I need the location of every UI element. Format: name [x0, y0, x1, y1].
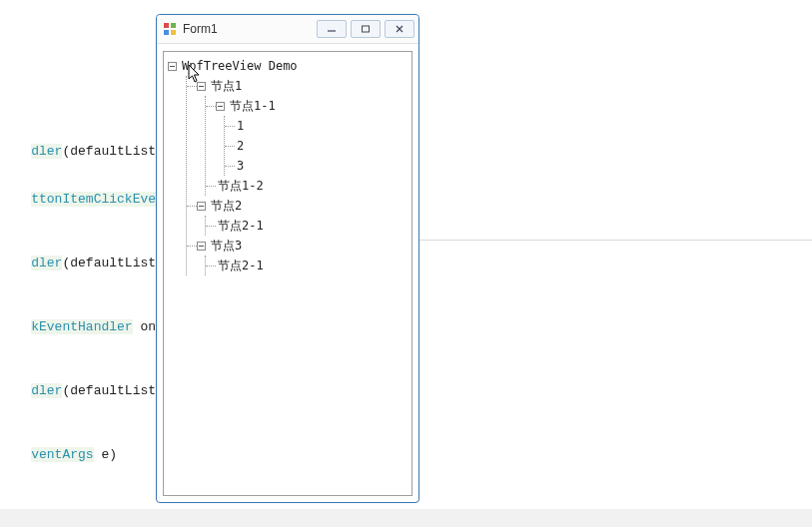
- tree-leaf: 节点2-1: [206, 216, 411, 236]
- tree-node-label[interactable]: 节点1-2: [216, 178, 266, 195]
- code-token: ventArgs: [31, 447, 93, 462]
- tree-node-label[interactable]: 节点1: [209, 78, 244, 95]
- tree-node-label[interactable]: 节点2: [209, 198, 244, 215]
- tree-node-label[interactable]: 节点2-1: [216, 218, 266, 235]
- toggle-collapse-icon[interactable]: [216, 102, 225, 111]
- toggle-collapse-icon[interactable]: [168, 62, 177, 71]
- svg-rect-1: [171, 23, 176, 28]
- code-token: e): [94, 447, 117, 462]
- svg-rect-5: [363, 26, 370, 32]
- code-token: dler: [31, 256, 62, 270]
- tree-node-label[interactable]: 节点1-1: [228, 98, 278, 115]
- code-token: kEventHandler: [31, 319, 132, 334]
- tree-root: WpfTreeView Demo 节点1: [168, 56, 411, 275]
- tree-leaf: 节点1-2: [206, 176, 411, 196]
- titlebar[interactable]: Form1: [157, 15, 418, 44]
- maximize-button[interactable]: [351, 20, 381, 38]
- tree-node: 节点3 节点2-1: [187, 236, 411, 275]
- tree-leaf: 节点2-1: [206, 256, 411, 275]
- close-button[interactable]: [385, 20, 414, 38]
- tree-node: 节点1 节点1-1: [187, 76, 411, 196]
- tree-node-label[interactable]: 3: [235, 159, 246, 173]
- form-window: Form1 WpfTreeView Demo: [156, 14, 419, 503]
- code-token: dler: [31, 383, 62, 398]
- tree-leaf: 2: [225, 136, 411, 156]
- tree-node-label[interactable]: 节点3: [209, 238, 244, 255]
- tree-node: 节点1-1 1: [206, 96, 411, 176]
- app-icon: [163, 22, 177, 36]
- toggle-collapse-icon[interactable]: [197, 242, 206, 251]
- tree-leaf: 3: [225, 156, 411, 176]
- tree-node-label[interactable]: WpfTreeView Demo: [180, 59, 300, 73]
- tree-node-label[interactable]: 1: [235, 119, 246, 133]
- divider: [419, 240, 812, 241]
- minimize-button[interactable]: [317, 20, 347, 38]
- tree-node: 节点2 节点2-1: [187, 196, 411, 236]
- footer-band: [0, 509, 812, 527]
- code-token: dler: [31, 144, 62, 159]
- svg-rect-3: [171, 30, 176, 35]
- toggle-collapse-icon[interactable]: [197, 202, 206, 211]
- tree-view[interactable]: WpfTreeView Demo 节点1: [164, 52, 411, 275]
- window-title: Form1: [183, 22, 317, 36]
- svg-rect-0: [164, 23, 169, 28]
- svg-rect-2: [164, 30, 169, 35]
- client-area: WpfTreeView Demo 节点1: [163, 51, 412, 496]
- toggle-collapse-icon[interactable]: [197, 82, 206, 91]
- tree-node-label[interactable]: 2: [235, 139, 246, 153]
- tree-node-label[interactable]: 节点2-1: [216, 258, 266, 274]
- tree-leaf: 1: [225, 116, 411, 136]
